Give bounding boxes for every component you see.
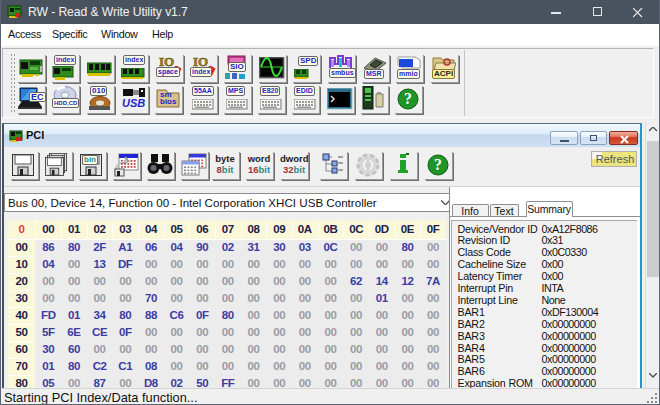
svg-text:?: ? <box>434 156 442 173</box>
svg-text:?: ? <box>404 90 412 107</box>
